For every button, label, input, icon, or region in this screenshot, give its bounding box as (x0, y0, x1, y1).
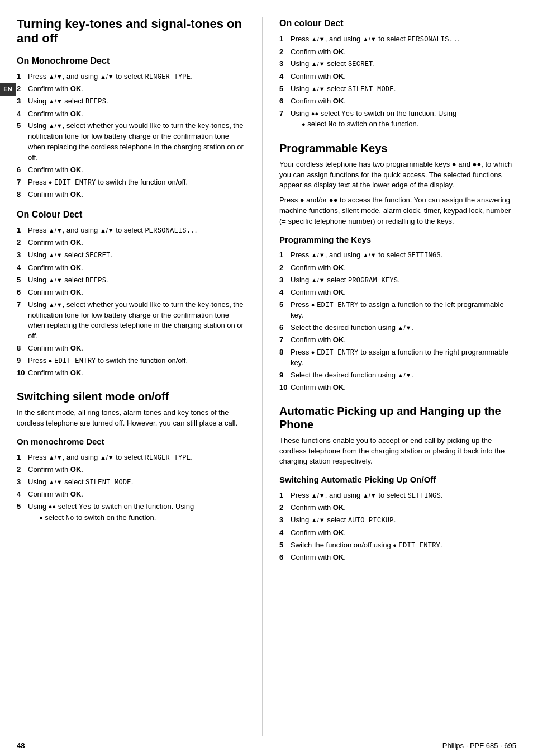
monochrome-steps: 1 Press ▲/▼, and using ▲/▼ to select RIN… (17, 72, 245, 200)
silent-mode-title: Switching silent mode on/off (17, 390, 245, 403)
step-item: 9 Press ● EDIT ENTRY to switch the funct… (17, 356, 245, 366)
step-item: 2 Confirm with OK. (17, 465, 245, 475)
language-badge: EN (0, 83, 16, 96)
step-item: 8 Confirm with OK. (17, 190, 245, 200)
colour-silent-title: On colour Dect (279, 17, 516, 30)
mono-silent-steps: 1 Press ▲/▼, and using ▲/▼ to select RIN… (17, 452, 245, 523)
step-item: 4 Confirm with OK. (17, 263, 245, 273)
step-item: 5 Using ▲/▼, select whether you would li… (17, 121, 245, 163)
prog-para1: Your cordless telephone has two programm… (279, 159, 516, 191)
step-item: 5 Using ●● select Yes to switch on the f… (17, 502, 245, 523)
step-item: 3 Using ▲/▼ select SECRET. (279, 59, 516, 69)
step-item: 1 Press ▲/▼, and using ▲/▼ to select PER… (279, 34, 516, 45)
footer-brand: Philips · PPF 685 · 695 (442, 741, 516, 752)
step-item: 4 Confirm with OK. (17, 489, 245, 500)
step-item: 9 Select the desired function using ▲/▼. (279, 370, 516, 381)
step-item: 10 Confirm with OK. (279, 382, 516, 393)
step-item: 3 Using ▲/▼ select PROGRAM KEYS. (279, 275, 516, 286)
prog-keys-steps: 1 Press ▲/▼, and using ▲/▼ to select SET… (279, 250, 516, 393)
step-item: 1 Press ▲/▼, and using ▲/▼ to select SET… (279, 490, 516, 501)
section-mono-silent-title: On monochrome Dect (17, 436, 245, 448)
colour-silent-steps: 1 Press ▲/▼, and using ▲/▼ to select PER… (279, 34, 516, 130)
step-item: 7 Using ●● select Yes to switch on the f… (279, 108, 516, 130)
programming-keys-title: Programming the Keys (279, 234, 516, 246)
step-item: 6 Confirm with OK. (279, 552, 516, 563)
content-area: EN Turning key-tones and signal-tones on… (0, 0, 533, 736)
silent-mode-para: In the silent mode, all ring tones, alar… (17, 408, 245, 429)
step-item: 5 Using ▲/▼ select SILENT MODE. (279, 84, 516, 94)
prog-keys-title: Programmable Keys (279, 141, 516, 155)
prog-para2: Press ● and/or ●● to access the function… (279, 195, 516, 227)
footer-page-number: 48 (17, 741, 25, 752)
auto-pickup-steps: 1 Press ▲/▼, and using ▲/▼ to select SET… (279, 490, 516, 563)
step-item: 1 Press ▲/▼, and using ▲/▼ to select SET… (279, 250, 516, 261)
step-item: 2 Confirm with OK. (279, 47, 516, 58)
step-item: 8 Confirm with OK. (17, 343, 245, 354)
step-item: 8 Press ● EDIT ENTRY to assign a functio… (279, 347, 516, 368)
step-item: 4 Confirm with OK. (279, 528, 516, 538)
step-item: 3 Using ▲/▼ select AUTO PICKUP. (279, 515, 516, 526)
step-item: 5 Using ▲/▼ select BEEPS. (17, 275, 245, 286)
colour-steps: 1 Press ▲/▼, and using ▲/▼ to select PER… (17, 225, 245, 379)
step-item: 6 Confirm with OK. (17, 165, 245, 176)
main-title: Turning key-tones and signal-tones on an… (17, 17, 245, 46)
step-item: 1 Press ▲/▼, and using ▲/▼ to select RIN… (17, 72, 245, 82)
step-item: 4 Confirm with OK. (279, 72, 516, 82)
auto-pickup-main-title: Automatic Picking up and Hanging up the … (279, 404, 516, 431)
auto-pickup-para: These functions enable you to accept or … (279, 436, 516, 467)
step-item: 6 Confirm with OK. (279, 96, 516, 107)
step-item: 7 Press ● EDIT ENTRY to switch the funct… (17, 177, 245, 188)
step-item: 1 Press ▲/▼, and using ▲/▼ to select PER… (17, 225, 245, 236)
step-item: 10 Confirm with OK. (17, 368, 245, 379)
footer: 48 Philips · PPF 685 · 695 (0, 736, 533, 756)
left-column: Turning key-tones and signal-tones on an… (17, 17, 263, 736)
right-column: On colour Dect 1 Press ▲/▼, and using ▲/… (263, 17, 516, 736)
step-item: 5 Press ● EDIT ENTRY to assign a functio… (279, 300, 516, 321)
step-item: 3 Using ▲/▼ select SECRET. (17, 250, 245, 261)
step-item: 2 Confirm with OK. (279, 263, 516, 273)
section-colour-title: On Colour Dect (17, 208, 245, 221)
step-item: 7 Using ▲/▼, select whether you would li… (17, 300, 245, 342)
section-monochrome-title: On Monochrome Dect (17, 54, 245, 67)
step-item: 7 Confirm with OK. (279, 335, 516, 346)
step-item: 3 Using ▲/▼ select SILENT MODE. (17, 477, 245, 488)
step-item: 1 Press ▲/▼, and using ▲/▼ to select RIN… (17, 452, 245, 463)
step-item: 4 Confirm with OK. (17, 109, 245, 120)
step-item: 6 Confirm with OK. (17, 287, 245, 298)
auto-pickup-sub-title: Switching Automatic Picking Up On/Off (279, 474, 516, 486)
step-item: 2 Confirm with OK. (17, 238, 245, 248)
step-item: 2 Confirm with OK. (279, 503, 516, 513)
step-item: 5 Switch the function on/off using ● EDI… (279, 540, 516, 551)
step-item: 3 Using ▲/▼ select BEEPS. (17, 96, 245, 107)
page: EN Turning key-tones and signal-tones on… (0, 0, 533, 756)
step-item: 2 Confirm with OK. (17, 84, 245, 94)
step-item: 6 Select the desired function using ▲/▼. (279, 323, 516, 333)
step-item: 4 Confirm with OK. (279, 287, 516, 298)
